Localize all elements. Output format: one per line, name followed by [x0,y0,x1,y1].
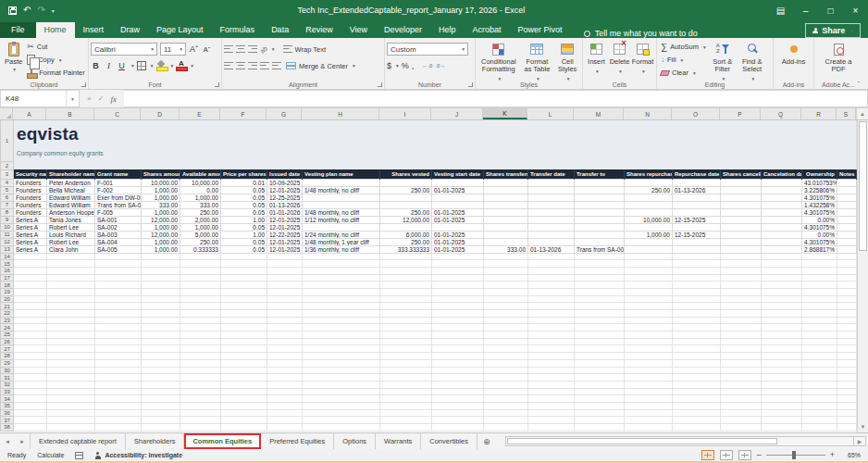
cell[interactable] [484,201,528,208]
cell[interactable] [802,417,837,424]
cell[interactable] [762,374,802,382]
cell[interactable]: 12,000.00 [380,216,432,223]
cell[interactable]: 4.301075% [802,223,837,231]
cell[interactable] [528,303,575,310]
cell[interactable] [380,288,432,295]
ribbon-tab-view[interactable]: View [341,22,376,38]
cell[interactable] [303,417,380,424]
cell[interactable] [95,288,142,295]
cell[interactable] [762,388,802,395]
cell[interactable]: Founders [14,186,47,194]
cell[interactable] [267,402,303,409]
cell[interactable] [303,317,380,324]
cell[interactable] [528,260,575,268]
align-left-icon[interactable] [224,62,233,69]
cell[interactable] [180,395,221,403]
cell[interactable]: F-001 [95,179,142,186]
cell[interactable] [221,303,267,310]
cell[interactable] [575,223,625,231]
cell[interactable] [180,424,221,432]
column-header-P[interactable]: P [720,108,761,119]
sheet-tab-extended-captable-report[interactable]: Extended captable report [30,433,126,449]
cell[interactable] [837,194,857,201]
cell[interactable]: 01-13-2026 [528,245,575,253]
cell[interactable] [673,324,721,332]
cell[interactable] [837,223,857,231]
cell[interactable] [762,267,802,274]
cell[interactable] [432,179,484,186]
cell[interactable] [142,367,180,374]
column-header-K[interactable]: K [483,108,527,119]
cell[interactable] [14,338,47,345]
font-color-icon[interactable]: A [176,60,186,71]
increase-indent-icon[interactable] [272,62,281,69]
select-all-corner[interactable] [0,108,13,119]
cell[interactable] [267,317,303,324]
cell[interactable] [528,367,575,374]
cell[interactable]: 12,000.00 [142,216,180,223]
cell[interactable] [575,186,625,194]
cell[interactable] [95,282,142,289]
cell[interactable]: Founders [14,208,47,216]
cell[interactable] [432,381,484,388]
cell[interactable] [528,295,575,303]
undo-icon[interactable]: ↶ [23,6,31,15]
cell[interactable] [575,194,625,201]
cell[interactable] [142,345,180,353]
horizontal-scrollbar-thumb[interactable] [507,438,778,444]
cell[interactable] [762,274,802,282]
cell[interactable] [47,409,95,417]
cell[interactable] [625,367,673,374]
cell[interactable] [802,374,837,382]
format-painter-button[interactable]: Format Painter [25,67,87,79]
ribbon-display-options-icon[interactable]: ▤ [768,0,793,20]
cell[interactable]: 250.00 [625,186,673,194]
cell[interactable] [180,310,221,318]
cell[interactable] [14,317,47,324]
shrink-font-icon[interactable]: Aˇ [202,45,212,54]
cell[interactable] [180,345,221,353]
cell[interactable] [267,367,303,374]
cell[interactable] [180,374,221,382]
row-header-4[interactable]: 4 [1,179,14,186]
cell[interactable] [625,238,673,245]
cell[interactable] [95,402,142,409]
cell[interactable]: 1/12 monthly, no cliff [303,216,380,223]
row-header-7[interactable]: 7 [1,201,14,208]
cell[interactable] [762,260,802,268]
new-sheet-icon[interactable]: ⊕ [477,433,496,449]
underline-button[interactable]: U [117,61,127,70]
horizontal-scrollbar[interactable] [505,436,854,446]
cell[interactable] [625,274,673,282]
cell[interactable] [380,253,432,260]
cell[interactable] [303,179,380,186]
cell[interactable] [802,359,837,367]
cell[interactable] [221,317,267,324]
row-header-28[interactable]: 28 [1,353,14,360]
cell[interactable] [303,310,380,318]
cell[interactable] [221,324,267,332]
row-header-5[interactable]: 5 [1,186,14,194]
cell[interactable]: 0.333333 [180,245,221,253]
cell[interactable] [625,395,673,403]
cell[interactable] [721,417,762,424]
cell[interactable] [14,282,47,289]
row-header-8[interactable]: 8 [1,208,14,216]
cell[interactable] [267,267,303,274]
cell[interactable] [528,253,575,260]
row-header-9[interactable]: 9 [1,216,14,223]
cell[interactable] [721,186,762,194]
cell[interactable] [528,216,575,223]
cell[interactable] [484,216,528,223]
cell[interactable] [673,194,721,201]
cell[interactable] [528,186,575,194]
cell[interactable]: 0.05 [221,186,267,194]
cell[interactable] [837,409,857,417]
cell[interactable] [267,359,303,367]
cell[interactable]: 10,000.00 [142,179,180,186]
cell[interactable]: 4.301075% [802,238,837,245]
cell[interactable]: 0.05 [221,194,267,201]
cell[interactable]: 12-01-2025 [267,223,303,231]
wrap-text-button[interactable]: Wrap Text [295,45,327,54]
cell[interactable] [47,324,95,332]
